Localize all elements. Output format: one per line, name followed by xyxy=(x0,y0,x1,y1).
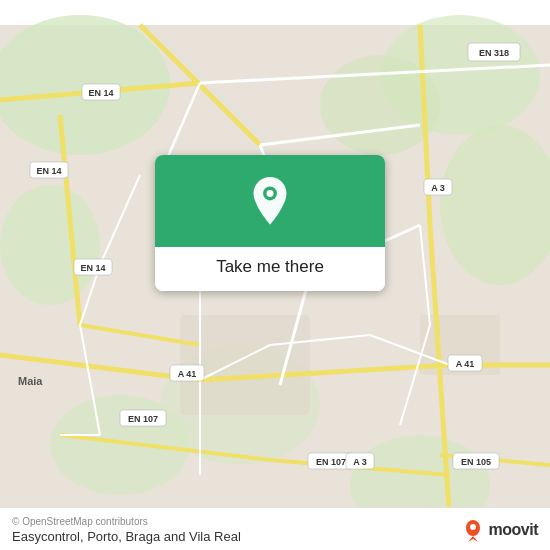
svg-text:A 3: A 3 xyxy=(431,183,445,193)
cta-text-section[interactable]: Take me there xyxy=(155,247,385,291)
svg-text:EN 14: EN 14 xyxy=(80,263,105,273)
svg-point-4 xyxy=(0,185,100,305)
svg-text:EN 107: EN 107 xyxy=(316,457,346,467)
moovit-logo: moovit xyxy=(461,518,538,542)
bottom-bar: © OpenStreetMap contributors Easycontrol… xyxy=(0,507,550,550)
svg-text:EN 107: EN 107 xyxy=(128,414,158,424)
svg-point-68 xyxy=(470,524,476,530)
svg-text:Maia: Maia xyxy=(18,375,43,387)
svg-text:EN 105: EN 105 xyxy=(461,457,491,467)
svg-text:EN 318: EN 318 xyxy=(479,48,509,58)
page-title: Easycontrol, Porto, Braga and Vila Real xyxy=(12,529,241,544)
cta-card[interactable]: Take me there xyxy=(155,155,385,291)
svg-text:EN 14: EN 14 xyxy=(88,88,113,98)
svg-text:A 41: A 41 xyxy=(456,359,475,369)
location-pin-icon xyxy=(244,177,296,229)
attribution-text: © OpenStreetMap contributors xyxy=(12,516,241,527)
bottom-left: © OpenStreetMap contributors Easycontrol… xyxy=(12,516,241,544)
svg-text:EN 14: EN 14 xyxy=(36,166,61,176)
map-container: EN 318 EN 14 EN 14 EN 14 A 3 A 41 A 41 E… xyxy=(0,0,550,550)
moovit-icon xyxy=(461,518,485,542)
svg-text:A 41: A 41 xyxy=(178,369,197,379)
svg-point-66 xyxy=(267,190,274,197)
svg-text:A 3: A 3 xyxy=(353,457,367,467)
take-me-there-button[interactable]: Take me there xyxy=(216,257,324,276)
cta-green-section xyxy=(155,155,385,247)
moovit-text: moovit xyxy=(489,521,538,539)
